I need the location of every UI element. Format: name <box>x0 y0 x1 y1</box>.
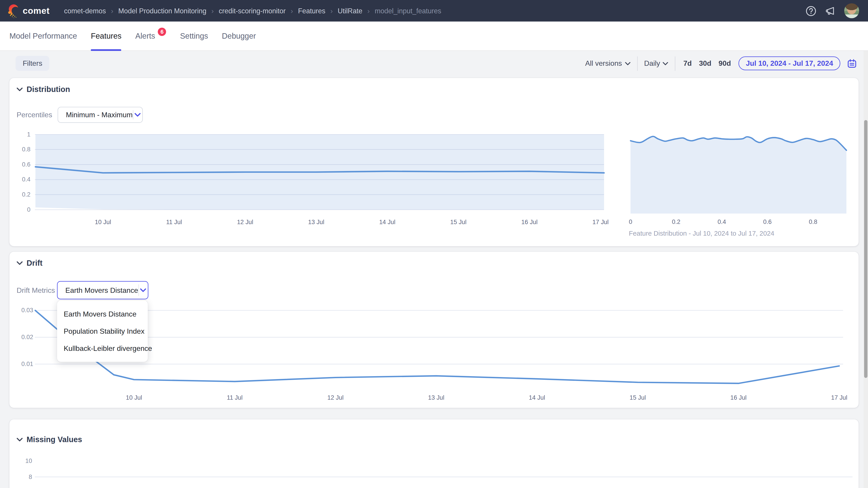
axis-label: 13 Jul <box>308 219 324 225</box>
drift-metrics-label: Drift Metrics <box>17 281 55 299</box>
chevron-down-icon <box>663 62 669 65</box>
app-root: comet comet-demos›Model Production Monit… <box>0 0 868 488</box>
missing-values-collapse-toggle[interactable]: Missing Values <box>17 435 82 444</box>
breadcrumb-item[interactable]: Features <box>298 7 326 15</box>
comet-logo[interactable]: comet <box>7 4 50 18</box>
axis-label: 15 Jul <box>450 219 467 225</box>
axis-label: 0.8 <box>809 219 817 225</box>
feature-distribution-chart[interactable]: 00.20.40.60.8Feature Distribution - Jul … <box>623 127 857 238</box>
comet-logo-text: comet <box>23 6 50 16</box>
axis-label: 17 Jul <box>831 394 847 401</box>
axis-label: 11 Jul <box>166 219 182 225</box>
drift-metric-menu: Earth Movers DistancePopulation Stabilit… <box>57 300 148 362</box>
chevron-down-icon <box>17 437 23 441</box>
axis-label: 13 Jul <box>428 394 444 401</box>
axis-label: 16 Jul <box>521 219 537 225</box>
axis-label: 16 Jul <box>730 394 747 401</box>
drift-metric-select[interactable]: Earth Movers Distance <box>57 281 148 299</box>
breadcrumb-item[interactable]: credit-scoring-monitor <box>219 7 286 15</box>
interval-dropdown[interactable]: Daily <box>644 59 669 68</box>
navbar-actions <box>805 0 859 22</box>
axis-label: 1 <box>27 131 31 138</box>
tab-label: Alerts <box>135 32 155 40</box>
axis-label: 0.03 <box>22 307 33 314</box>
announcements-icon[interactable] <box>825 5 836 16</box>
axis-label: 10 Jul <box>126 394 142 401</box>
axis-label: 10 <box>25 457 32 464</box>
drift-metric-value: Earth Movers Distance <box>58 286 138 294</box>
versions-value: All versions <box>585 59 622 68</box>
toolbar-right: All versions Daily 7d30d90d Jul 10, 2024… <box>585 56 857 71</box>
alerts-count-badge: 6 <box>158 27 166 36</box>
tab-settings[interactable]: Settings <box>180 21 208 51</box>
tab-label: Features <box>91 32 121 40</box>
tab-features[interactable]: Features <box>91 21 121 51</box>
percentiles-value: Minimum - Maximum <box>58 111 133 119</box>
distribution-timeseries-chart[interactable]: 00.20.40.60.8110 Jul11 Jul12 Jul13 Jul14… <box>21 127 609 227</box>
menu-option[interactable]: Kullback-Leibler divergence <box>57 340 148 357</box>
tab-bar: Model PerformanceFeaturesAlerts6Settings… <box>0 22 868 51</box>
breadcrumb-item[interactable]: Model Production Monitoring <box>118 7 206 15</box>
chevron-down-icon <box>17 87 23 91</box>
filters-button[interactable]: Filters <box>16 56 50 71</box>
axis-label: 10 Jul <box>95 219 111 225</box>
percentiles-label: Percentiles <box>17 107 52 123</box>
date-range-button[interactable]: Jul 10, 2024 - Jul 17, 2024 <box>739 57 840 70</box>
axis-label: 0.4 <box>717 219 726 225</box>
axis-label: 17 Jul <box>592 219 609 225</box>
axis-label: 0.4 <box>22 176 30 183</box>
axis-label: 0 <box>629 219 632 225</box>
distribution-collapse-toggle[interactable]: Distribution <box>17 85 70 94</box>
quick-range-7d[interactable]: 7d <box>683 59 692 68</box>
scrollbar-track[interactable] <box>864 51 868 488</box>
tab-alerts[interactable]: Alerts6 <box>135 21 166 51</box>
versions-dropdown[interactable]: All versions <box>585 59 630 68</box>
section-title: Distribution <box>27 85 70 94</box>
chevron-down-icon <box>625 62 630 65</box>
breadcrumb-separator: › <box>211 6 214 15</box>
axis-label: 0.8 <box>22 146 30 153</box>
drift-card: Drift Drift Metrics Earth Movers Distanc… <box>9 252 859 408</box>
distribution-card: Distribution Percentiles Minimum - Maxim… <box>9 78 859 246</box>
axis-label: 15 Jul <box>629 394 646 401</box>
quick-range-30d[interactable]: 30d <box>699 59 711 68</box>
user-avatar[interactable] <box>844 3 859 18</box>
breadcrumb-separator: › <box>330 6 333 15</box>
drift-collapse-toggle[interactable]: Drift <box>17 258 42 267</box>
missing-values-chart[interactable]: 108 <box>21 453 857 488</box>
scrollbar-thumb[interactable] <box>864 120 868 378</box>
tab-debugger[interactable]: Debugger <box>222 21 256 51</box>
menu-option[interactable]: Population Stability Index <box>57 323 148 340</box>
chevron-down-icon <box>17 261 23 265</box>
breadcrumb-item[interactable]: comet-demos <box>64 7 106 15</box>
axis-label: 0.01 <box>22 361 33 367</box>
breadcrumb-item[interactable]: UtilRate <box>338 7 362 15</box>
breadcrumb-separator: › <box>111 6 114 15</box>
axis-label: 12 Jul <box>327 394 344 401</box>
comet-logo-icon <box>7 4 20 18</box>
chevron-down-icon <box>133 113 142 117</box>
tab-label: Model Performance <box>9 32 77 40</box>
calendar-icon[interactable] <box>847 58 857 68</box>
breadcrumb-item[interactable]: model_input_features <box>375 7 441 15</box>
help-icon[interactable] <box>805 5 816 16</box>
breadcrumb-separator: › <box>291 6 293 15</box>
interval-value: Daily <box>644 59 660 68</box>
missing-values-card: Missing Values 108 <box>9 419 859 488</box>
axis-label: 0 <box>27 206 31 213</box>
section-title: Missing Values <box>27 435 82 444</box>
axis-label: 12 Jul <box>237 219 253 225</box>
quick-range-90d[interactable]: 90d <box>719 59 731 68</box>
axis-label: 11 Jul <box>227 394 243 401</box>
toolbar-divider <box>637 56 638 71</box>
active-tab-underline <box>91 49 121 51</box>
axis-label: 14 Jul <box>379 219 395 225</box>
tab-label: Settings <box>180 32 208 40</box>
menu-option[interactable]: Earth Movers Distance <box>57 305 148 323</box>
axis-label: 0.6 <box>22 161 30 168</box>
chart-caption: Feature Distribution - Jul 10, 2024 to J… <box>629 230 774 237</box>
tab-model-performance[interactable]: Model Performance <box>9 21 77 51</box>
breadcrumb-separator: › <box>367 6 370 15</box>
tab-label: Debugger <box>222 32 256 40</box>
percentiles-select[interactable]: Minimum - Maximum <box>58 107 143 123</box>
